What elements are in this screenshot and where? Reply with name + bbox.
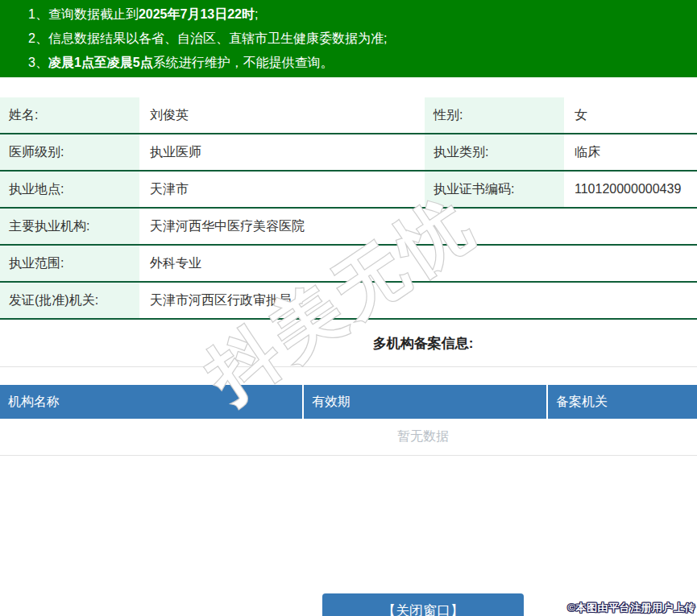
notice-3-bold: 凌晨1点至凌晨5点 — [48, 56, 153, 69]
page-container: 1、查询数据截止到2025年7月13日22时; 2、信息数据结果以各省、自治区、… — [0, 0, 697, 456]
column-header-validity: 有效期 — [302, 385, 546, 419]
category-value: 临床 — [564, 134, 697, 170]
authority-label: 发证(批准)机关: — [0, 283, 139, 318]
column-header-org-name: 机构名称 — [0, 385, 302, 419]
notice-line-1: 1、查询数据截止到2025年7月13日22时; — [28, 2, 697, 27]
practitioner-info-table: 姓名: 刘俊英 性别: 女 医师级别: 执业医师 执业类别: 临床 执业地点: … — [0, 97, 697, 320]
authority-value: 天津市河西区行政审批局 — [139, 283, 697, 318]
query-result-page: 1、查询数据截止到2025年7月13日22时; 2、信息数据结果以各省、自治区、… — [0, 0, 697, 616]
level-label: 医师级别: — [0, 134, 139, 170]
notice-3-num: 3、 — [28, 56, 48, 69]
notice-2-num: 2、 — [28, 31, 48, 45]
notice-3-text: 系统进行维护，不能提供查询。 — [153, 56, 334, 69]
multi-org-table-header: 机构名称 有效期 备案机关 — [0, 385, 697, 419]
notice-1-bold: 2025年7月13日22时 — [139, 7, 255, 21]
main-org-label: 主要执业机构: — [0, 209, 139, 244]
notice-1-num: 1、 — [28, 7, 48, 21]
notice-1-text: 查询数据截止到 — [48, 7, 139, 21]
multi-org-heading: 多机构备案信息: — [0, 320, 697, 367]
main-org-value: 天津河西华中医疗美容医院 — [139, 209, 697, 244]
notice-line-3: 3、凌晨1点至凌晨5点系统进行维护，不能提供查询。 — [28, 51, 697, 75]
table-row-level-category: 医师级别: 执业医师 执业类别: 临床 — [0, 134, 697, 172]
notice-banner: 1、查询数据截止到2025年7月13日22时; 2、信息数据结果以各省、自治区、… — [0, 0, 697, 77]
column-header-filing-authority: 备案机关 — [546, 385, 697, 419]
cert-no-label: 执业证书编码: — [425, 172, 564, 207]
gender-label: 性别: — [425, 97, 564, 133]
platform-stamp: ©本图由平台注册用户上传 — [567, 601, 695, 615]
table-row-location-certno: 执业地点: 天津市 执业证书编码: 110120000000439 — [0, 172, 697, 209]
level-value: 执业医师 — [139, 134, 425, 170]
notice-2-text: 信息数据结果以各省、自治区、直辖市卫生健康委数据为准; — [48, 31, 387, 45]
multi-org-table: 机构名称 有效期 备案机关 暂无数据 — [0, 385, 697, 456]
location-label: 执业地点: — [0, 172, 139, 207]
notice-line-2: 2、信息数据结果以各省、自治区、直辖市卫生健康委数据为准; — [28, 27, 697, 51]
table-row-main-org: 主要执业机构: 天津河西华中医疗美容医院 — [0, 209, 697, 246]
table-row-authority: 发证(批准)机关: 天津市河西区行政审批局 — [0, 283, 697, 320]
gender-value: 女 — [564, 97, 697, 133]
category-label: 执业类别: — [425, 134, 564, 170]
notice-1-end: ; — [255, 7, 258, 21]
scope-value: 外科专业 — [139, 246, 697, 281]
empty-data-placeholder: 暂无数据 — [0, 419, 697, 456]
close-window-button[interactable]: 【关闭窗口】 — [322, 593, 524, 616]
table-row-scope: 执业范围: 外科专业 — [0, 246, 697, 283]
cert-no-value: 110120000000439 — [564, 172, 697, 207]
name-value: 刘俊英 — [139, 97, 425, 133]
name-label: 姓名: — [0, 97, 139, 133]
table-row-name-gender: 姓名: 刘俊英 性别: 女 — [0, 97, 697, 134]
location-value: 天津市 — [139, 172, 425, 207]
scope-label: 执业范围: — [0, 246, 139, 281]
